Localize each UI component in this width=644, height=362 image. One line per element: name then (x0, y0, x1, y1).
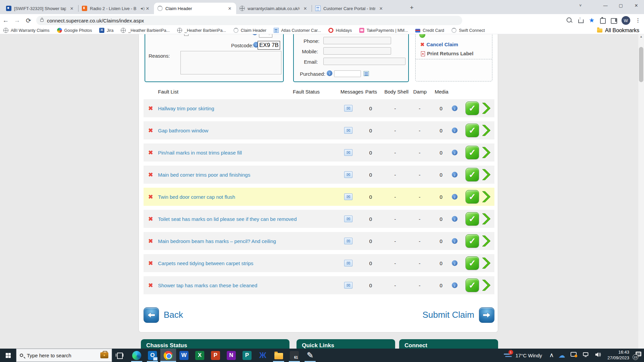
info-icon[interactable] (452, 260, 458, 266)
network-icon[interactable] (583, 352, 589, 359)
info-icon[interactable] (452, 150, 458, 156)
tab-bbc-radio[interactable]: Radio 2 - Listen Live - BBC So ◄) ✕ (78, 3, 154, 14)
tray-overflow-chevron-icon[interactable]: ᐱ (550, 353, 553, 358)
complete-check-button[interactable] (466, 256, 479, 270)
print-returns-label-link[interactable]: Print Returns Label (421, 51, 473, 56)
complete-check-button[interactable] (466, 190, 479, 203)
open-fault-arrow[interactable] (482, 124, 491, 136)
message-envelope-icon[interactable] (344, 193, 353, 200)
remove-fault-icon[interactable] (148, 105, 153, 112)
bookmark-google-photos[interactable]: Google Photos (57, 28, 92, 33)
remove-fault-icon[interactable] (148, 216, 153, 223)
calendar-picker-icon[interactable] (364, 71, 369, 76)
open-fault-arrow[interactable] (482, 191, 491, 203)
info-icon[interactable] (452, 128, 458, 133)
info-icon[interactable] (452, 238, 458, 244)
message-envelope-icon[interactable] (344, 149, 353, 156)
forward-nav-icon[interactable]: → (11, 17, 23, 24)
new-tab-button[interactable]: + (410, 4, 414, 11)
fault-link[interactable]: Pin/nail marks in most trims please fill (158, 150, 242, 156)
message-envelope-icon[interactable] (344, 282, 353, 289)
complete-check-button[interactable] (466, 279, 479, 292)
window-minimize-button[interactable]: — (598, 0, 613, 11)
taskbar-word[interactable]: W (176, 349, 192, 362)
window-close-button[interactable]: ✕ (629, 0, 644, 11)
info-icon[interactable]: i (252, 34, 258, 35)
zoom-icon[interactable] (566, 17, 573, 24)
taskbar-excel[interactable]: X (192, 349, 208, 362)
remove-fault-icon[interactable] (148, 238, 153, 245)
message-envelope-icon[interactable] (344, 171, 353, 178)
back-label[interactable]: Back (164, 310, 183, 320)
taskbar-search[interactable]: Type here to search (16, 349, 112, 362)
complete-check-button[interactable] (466, 168, 479, 181)
tab-warrantyclaim[interactable]: warrantyclaim.abiuk.co.uk/ClaimS ✕ (236, 3, 312, 14)
bookmark-abi-warranty-claims[interactable]: ABI Warranty Claims (3, 28, 50, 33)
info-icon[interactable] (452, 172, 458, 178)
remove-fault-icon[interactable] (148, 149, 153, 156)
cast-icon[interactable] (571, 352, 577, 359)
taskbar-edge[interactable] (129, 349, 145, 362)
complete-check-button[interactable] (466, 234, 479, 248)
tab-audio-icon[interactable]: ◄) (140, 6, 145, 10)
window-maximize-button[interactable]: ▢ (613, 0, 629, 11)
menu-kebab-icon[interactable]: ⋮ (635, 17, 641, 24)
cancel-claim-link[interactable]: ✖Cancel Claim (420, 42, 458, 48)
message-envelope-icon[interactable] (344, 260, 353, 266)
bookmark-holidays[interactable]: Holidays (328, 28, 352, 33)
remove-fault-icon[interactable] (148, 282, 153, 289)
taskbar-clock[interactable]: 16:43 27/09/2023 (607, 350, 629, 361)
message-envelope-icon[interactable] (344, 238, 353, 244)
tab-close-icon[interactable]: ✕ (69, 5, 75, 11)
scroll-up-arrow[interactable]: ▲ (638, 35, 644, 38)
fault-link[interactable]: Main bedroom beam has marks – pencil? An… (158, 238, 276, 244)
phone-input[interactable] (323, 37, 391, 44)
complete-check-button[interactable] (466, 102, 479, 115)
remove-fault-icon[interactable] (148, 260, 153, 267)
open-fault-arrow[interactable] (482, 213, 491, 225)
taskbar-onenote[interactable]: N (223, 349, 239, 362)
open-fault-arrow[interactable] (482, 169, 491, 181)
back-button[interactable] (144, 307, 159, 323)
remove-fault-icon[interactable] (148, 127, 153, 134)
bookmark-swift-connect[interactable]: Swift Connect (451, 28, 485, 33)
tab-swift-32320[interactable]: [SWIFT-32320] Shower tap has m ✕ (3, 3, 78, 14)
complete-check-button[interactable] (466, 146, 479, 159)
info-icon[interactable] (452, 216, 458, 222)
message-envelope-icon[interactable] (344, 127, 353, 134)
complete-check-button[interactable] (466, 212, 479, 226)
complete-check-button[interactable] (466, 124, 479, 137)
mobile-input[interactable] (323, 47, 391, 55)
fault-link[interactable]: Toilet seat has marks on lid please see … (158, 216, 297, 222)
share-icon[interactable] (577, 17, 584, 24)
open-fault-arrow[interactable] (482, 257, 491, 269)
bookmark-heather-1[interactable]: _Heather BarbieriPa... (121, 28, 170, 33)
address-bar[interactable]: connect.supercare.co.uk/Claims/index.asp… (36, 16, 462, 25)
purchased-date-input[interactable] (334, 70, 361, 77)
fault-link[interactable]: Hallway trim poor skirting (158, 106, 214, 111)
dropdown-cut[interactable] (259, 34, 272, 38)
email-input[interactable] (323, 58, 406, 65)
bookmark-claim-header[interactable]: Claim Header (233, 28, 266, 33)
info-icon[interactable] (452, 106, 458, 111)
page-scrollbar[interactable]: ▲ (638, 34, 644, 349)
fault-link[interactable]: Twin bed door corner cap not flush (158, 194, 235, 200)
taskbar-publisher[interactable]: P (239, 349, 255, 362)
reload-icon[interactable]: ⟳ (23, 17, 34, 24)
taskbar-file-explorer[interactable] (271, 349, 286, 362)
extensions-icon[interactable] (599, 17, 606, 24)
taskbar-jira[interactable]: Ж (255, 349, 271, 362)
open-fault-arrow[interactable] (482, 102, 491, 114)
bookmark-heather-2[interactable]: _Heather BarbieriPa... (177, 28, 226, 33)
bookmark-jira[interactable]: Jira (99, 28, 113, 33)
lock-icon[interactable] (40, 19, 44, 22)
submit-claim-label[interactable]: Submit Claim (422, 310, 474, 320)
taskbar-outlook[interactable]: O (145, 349, 160, 362)
tab-close-icon[interactable]: ✕ (145, 5, 151, 11)
fault-link[interactable]: Shower tap has marks can these be cleane… (158, 283, 257, 288)
bookmark-atlas-customer-care[interactable]: Atlas Customer Car... (274, 28, 321, 33)
profile-avatar[interactable]: W (622, 16, 630, 25)
tab-close-icon[interactable]: ✕ (378, 5, 384, 11)
tab-close-icon[interactable]: ✕ (227, 5, 233, 11)
all-bookmarks-button[interactable]: All Bookmarks (597, 27, 639, 34)
